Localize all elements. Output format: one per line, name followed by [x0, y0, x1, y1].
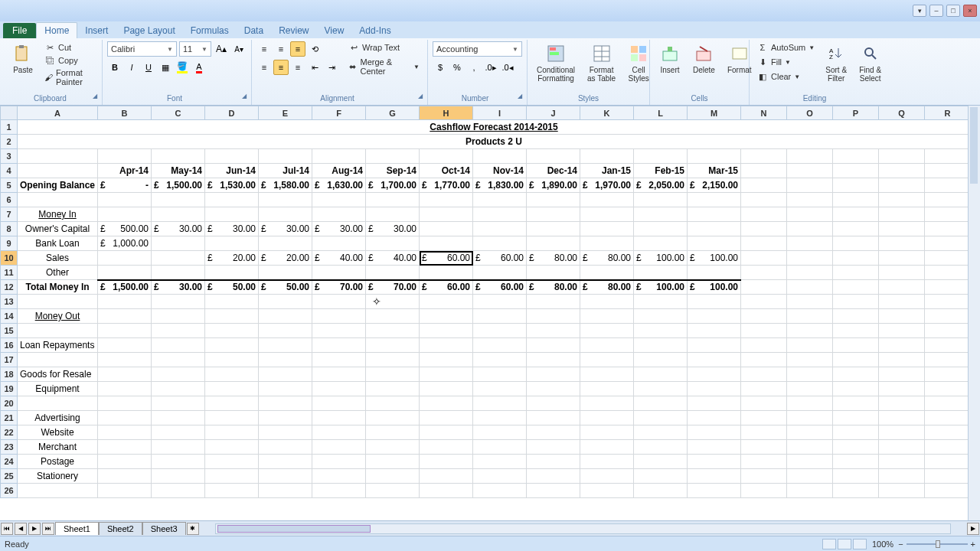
clipboard-launcher[interactable]: ◢: [93, 93, 97, 99]
cell-Q19[interactable]: [879, 382, 925, 396]
cell-H3[interactable]: [420, 149, 473, 164]
cell-M14[interactable]: [688, 309, 741, 324]
cell-G12[interactable]: £70.00: [366, 280, 420, 295]
cell-E13[interactable]: [259, 295, 312, 309]
cell-C11[interactable]: [152, 266, 205, 280]
cell-M18[interactable]: [688, 367, 741, 382]
cell-Q21[interactable]: [879, 411, 925, 425]
cell-F21[interactable]: [312, 411, 366, 425]
cell-R10[interactable]: [925, 251, 971, 266]
cell-Q18[interactable]: [879, 367, 925, 382]
cell-D3[interactable]: [205, 149, 259, 164]
cell-G17[interactable]: [366, 353, 420, 367]
column-header-B[interactable]: B: [98, 106, 152, 120]
cell-C8[interactable]: £30.00: [152, 222, 205, 236]
cell-K16[interactable]: [580, 338, 634, 353]
cell-M22[interactable]: [688, 425, 741, 440]
cell-P11[interactable]: [833, 266, 879, 280]
cell-F23[interactable]: [312, 440, 366, 455]
cell-K20[interactable]: [580, 396, 634, 411]
cell-P12[interactable]: [833, 280, 879, 295]
horizontal-scrollbar[interactable]: [215, 523, 951, 534]
cell-G18[interactable]: [366, 367, 420, 382]
font-color-button[interactable]: A: [191, 60, 207, 75]
cell-K11[interactable]: [580, 266, 634, 280]
cell-Q13[interactable]: [879, 295, 925, 309]
cell-L26[interactable]: [634, 484, 688, 498]
cell-B15[interactable]: [98, 324, 152, 338]
cell-D24[interactable]: [205, 455, 259, 469]
cell-D14[interactable]: [205, 309, 259, 324]
cell-G26[interactable]: [366, 484, 420, 498]
cell-D25[interactable]: [205, 469, 259, 484]
align-bottom-button[interactable]: ≡: [290, 41, 305, 57]
cell-H6[interactable]: [420, 193, 473, 207]
cell-J11[interactable]: [527, 266, 580, 280]
cell-C13[interactable]: [152, 295, 205, 309]
cell-N5[interactable]: [741, 178, 787, 193]
conditional-formatting-button[interactable]: Conditional Formatting: [532, 41, 580, 84]
column-header-D[interactable]: D: [205, 106, 259, 120]
column-header-J[interactable]: J: [527, 106, 580, 120]
cell-I18[interactable]: [473, 367, 527, 382]
cell-O25[interactable]: [787, 469, 833, 484]
cell-O17[interactable]: [787, 353, 833, 367]
orientation-button[interactable]: ⟲: [307, 41, 322, 57]
cell-D22[interactable]: [205, 425, 259, 440]
cell-C3[interactable]: [152, 149, 205, 164]
cell-D13[interactable]: [205, 295, 259, 309]
cell-L22[interactable]: [634, 425, 688, 440]
row-header-1[interactable]: 1: [1, 120, 18, 135]
cell-Q12[interactable]: [879, 280, 925, 295]
decrease-decimal-button[interactable]: .0◂: [500, 60, 515, 75]
column-header-Q[interactable]: Q: [879, 106, 925, 120]
cell-N18[interactable]: [741, 367, 787, 382]
cell-F5[interactable]: £1,630.00: [312, 178, 366, 193]
cell-C10[interactable]: [152, 251, 205, 266]
cell-K6[interactable]: [580, 193, 634, 207]
cell-D19[interactable]: [205, 382, 259, 396]
cell-I9[interactable]: [473, 236, 527, 251]
cell-C12[interactable]: £30.00: [152, 280, 205, 295]
cell-O9[interactable]: [787, 236, 833, 251]
cell-L12[interactable]: £100.00: [634, 280, 688, 295]
cell-K25[interactable]: [580, 469, 634, 484]
cell-K9[interactable]: [580, 236, 634, 251]
cell-M21[interactable]: [688, 411, 741, 425]
cell-N23[interactable]: [741, 440, 787, 455]
cell-B7[interactable]: [98, 207, 152, 222]
cell-N15[interactable]: [741, 324, 787, 338]
percent-button[interactable]: %: [449, 60, 465, 75]
cell-Q11[interactable]: [879, 266, 925, 280]
cell-D15[interactable]: [205, 324, 259, 338]
row-header-18[interactable]: 18: [1, 367, 18, 382]
cell-J7[interactable]: [527, 207, 580, 222]
cell-P13[interactable]: [833, 295, 879, 309]
row-header-25[interactable]: 25: [1, 469, 18, 484]
grow-font-button[interactable]: A▴: [214, 41, 229, 57]
cell-N26[interactable]: [741, 484, 787, 498]
format-as-table-button[interactable]: Format as Table: [583, 41, 620, 84]
cell-E17[interactable]: [259, 353, 312, 367]
cell-N20[interactable]: [741, 396, 787, 411]
cell-Q5[interactable]: [879, 178, 925, 193]
sheet-nav-prev[interactable]: ◀: [15, 523, 27, 535]
cell-M15[interactable]: [688, 324, 741, 338]
cell-J16[interactable]: [527, 338, 580, 353]
align-right-button[interactable]: ≡: [290, 60, 305, 75]
cell-L17[interactable]: [634, 353, 688, 367]
row-header-8[interactable]: 8: [1, 222, 18, 236]
cell-E23[interactable]: [259, 440, 312, 455]
cell-G10[interactable]: £40.00: [366, 251, 420, 266]
cell-R21[interactable]: [925, 411, 971, 425]
cell-G16[interactable]: [366, 338, 420, 353]
row-header-24[interactable]: 24: [1, 455, 18, 469]
cell-P9[interactable]: [833, 236, 879, 251]
cell-A20[interactable]: [18, 396, 98, 411]
clear-button[interactable]: ◧Clear▼: [754, 70, 818, 83]
row-header-23[interactable]: 23: [1, 440, 18, 455]
cell-K4[interactable]: Jan-15: [580, 164, 634, 178]
cell-G4[interactable]: Sep-14: [366, 164, 420, 178]
cell-K18[interactable]: [580, 367, 634, 382]
column-header-F[interactable]: F: [312, 106, 366, 120]
